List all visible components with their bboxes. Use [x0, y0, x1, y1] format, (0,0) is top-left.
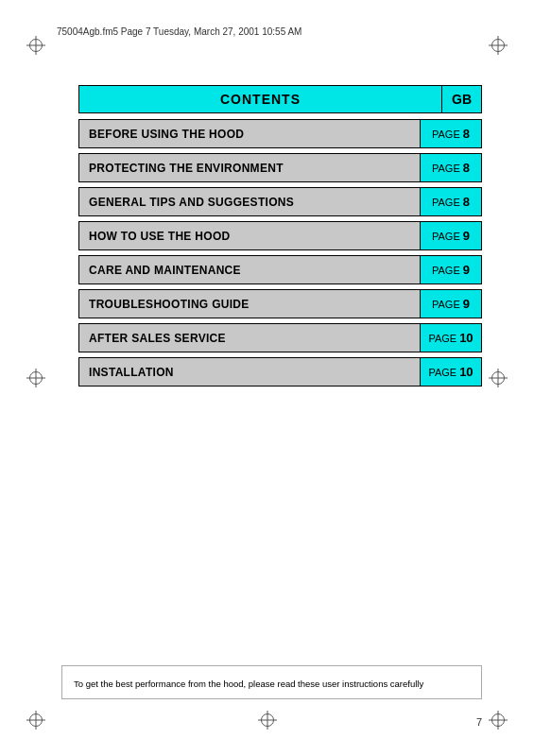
crosshair-bot-center — [258, 711, 277, 730]
page-word: PAGE — [432, 163, 460, 174]
toc-page: PAGE 9 — [420, 290, 481, 318]
bottom-note-text: To get the best performance from the hoo… — [74, 679, 423, 689]
page-number: 7 — [476, 716, 482, 728]
page-container: 75004Agb.fm5 Page 7 Tuesday, March 27, 2… — [0, 0, 534, 756]
page-word: PAGE — [432, 265, 460, 276]
content-area: CONTENTS GB BEFORE USING THE HOODPAGE 8P… — [78, 85, 482, 391]
toc-list: BEFORE USING THE HOODPAGE 8PROTECTING TH… — [78, 119, 482, 387]
toc-label: HOW TO USE THE HOOD — [79, 222, 420, 249]
crosshair-mid-right — [489, 369, 508, 387]
page-num: 10 — [459, 331, 473, 345]
page-num: 9 — [463, 229, 470, 243]
toc-page: PAGE 8 — [420, 188, 481, 215]
toc-page: PAGE 8 — [420, 154, 481, 181]
crosshair-top-left — [26, 36, 45, 55]
toc-row: INSTALLATIONPAGE 10 — [78, 357, 482, 387]
toc-page: PAGE 10 — [420, 324, 481, 352]
toc-page: PAGE 9 — [420, 256, 481, 284]
toc-page: PAGE 8 — [420, 120, 481, 147]
toc-label: GENERAL TIPS AND SUGGESTIONS — [79, 188, 420, 215]
page-num: 10 — [459, 365, 473, 379]
toc-row: AFTER SALES SERVICEPAGE 10 — [78, 323, 482, 352]
header-filename: 75004Agb.fm5 Page 7 Tuesday, March 27, 2… — [57, 26, 301, 37]
crosshair-bot-right — [489, 711, 508, 730]
toc-page: PAGE 9 — [420, 222, 481, 249]
page-num: 9 — [463, 297, 470, 311]
toc-label: TROUBLESHOOTING GUIDE — [79, 290, 420, 318]
contents-title: CONTENTS — [79, 86, 441, 112]
page-word: PAGE — [428, 367, 456, 378]
toc-row: TROUBLESHOOTING GUIDEPAGE 9 — [78, 289, 482, 318]
header-bar: 75004Agb.fm5 Page 7 Tuesday, March 27, 2… — [57, 26, 496, 37]
toc-page: PAGE 10 — [420, 358, 481, 386]
toc-row: BEFORE USING THE HOODPAGE 8 — [78, 119, 482, 148]
page-num: 8 — [463, 195, 470, 209]
contents-gb-label: GB — [441, 86, 481, 112]
toc-label: AFTER SALES SERVICE — [79, 324, 420, 352]
crosshair-top-right — [489, 36, 508, 55]
contents-header: CONTENTS GB — [78, 85, 482, 113]
page-word: PAGE — [432, 299, 460, 310]
page-num: 8 — [463, 127, 470, 141]
crosshair-mid-left — [26, 369, 45, 387]
toc-row: PROTECTING THE ENVIRONMENTPAGE 8 — [78, 153, 482, 182]
toc-label: CARE AND MAINTENANCE — [79, 256, 420, 284]
page-word: PAGE — [432, 197, 460, 208]
page-word: PAGE — [432, 129, 460, 140]
toc-row: CARE AND MAINTENANCEPAGE 9 — [78, 255, 482, 284]
page-num: 8 — [463, 161, 470, 175]
bottom-note-box: To get the best performance from the hoo… — [61, 665, 482, 699]
page-word: PAGE — [428, 333, 456, 344]
toc-row: GENERAL TIPS AND SUGGESTIONSPAGE 8 — [78, 187, 482, 216]
toc-label: BEFORE USING THE HOOD — [79, 120, 420, 147]
page-num: 9 — [463, 263, 470, 277]
toc-label: INSTALLATION — [79, 358, 420, 386]
toc-label: PROTECTING THE ENVIRONMENT — [79, 154, 420, 181]
page-word: PAGE — [432, 231, 460, 242]
crosshair-bot-left — [26, 711, 45, 730]
toc-row: HOW TO USE THE HOODPAGE 9 — [78, 221, 482, 250]
